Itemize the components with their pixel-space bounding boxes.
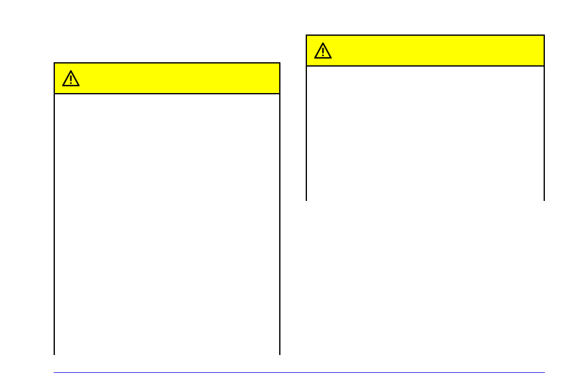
warning-icon xyxy=(62,70,80,86)
warning-panel-left-header xyxy=(55,63,279,94)
svg-rect-5 xyxy=(322,55,324,57)
page-canvas xyxy=(0,0,588,392)
svg-rect-2 xyxy=(70,83,72,84)
warning-panel-left-body xyxy=(55,94,279,356)
warning-panel-right-body xyxy=(307,67,544,202)
warning-panel-right-header xyxy=(307,36,544,67)
warning-panel-left xyxy=(54,62,280,355)
warning-panel-right xyxy=(306,35,545,201)
svg-rect-4 xyxy=(322,48,324,54)
svg-rect-1 xyxy=(70,76,72,81)
horizontal-rule xyxy=(54,372,545,373)
warning-icon xyxy=(314,43,332,59)
